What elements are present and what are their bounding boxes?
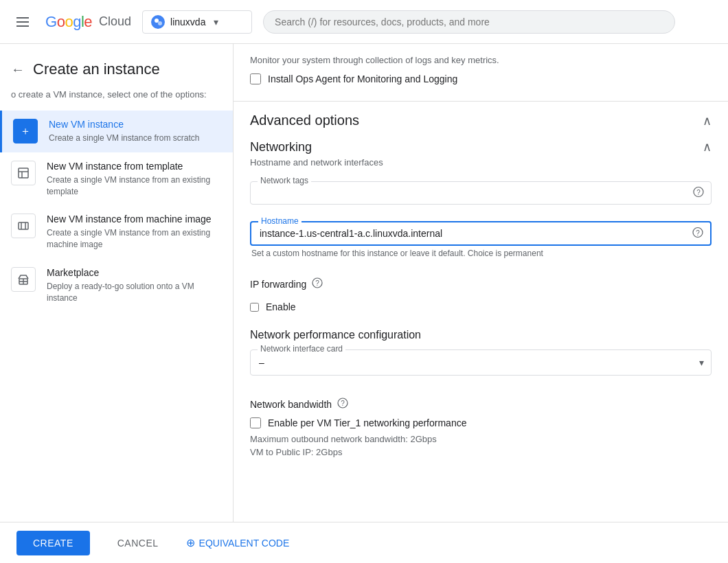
advanced-options-header: Advanced options ∧ xyxy=(234,101,728,134)
svg-rect-5 xyxy=(19,222,28,229)
svg-point-1 xyxy=(158,21,162,25)
cloud-text: Cloud xyxy=(99,14,131,29)
hostname-hint: Set a custom hostname for this instance … xyxy=(250,249,712,258)
hostname-section: Hostname ? Set a custom hostname for thi… xyxy=(234,221,728,275)
equivalent-code-label: EQUIVALENT CODE xyxy=(199,538,290,549)
vm-template-title: New VM instance from template xyxy=(47,161,222,172)
monitoring-checkbox[interactable] xyxy=(250,73,261,84)
advanced-options-title: Advanced options xyxy=(250,113,359,128)
svg-text:?: ? xyxy=(696,189,701,196)
new-vm-title: New VM instance xyxy=(49,119,222,130)
project-icon xyxy=(151,15,165,29)
bandwidth-info-1: Maximum outbound network bandwidth: 2Gbp… xyxy=(250,434,712,444)
monitoring-label[interactable]: Install Ops Agent for Monitoring and Log… xyxy=(268,73,457,84)
networking-header: Networking ∧ xyxy=(234,134,728,157)
svg-point-0 xyxy=(155,19,159,23)
network-tags-container: Network tags ? xyxy=(250,181,712,205)
hostname-field[interactable]: Hostname ? xyxy=(250,221,712,246)
sidebar-description: o create a VM instance, select one of th… xyxy=(0,89,233,111)
sidebar-item-vm-from-template[interactable]: New VM instance from template Create a s… xyxy=(0,152,233,206)
machine-image-title: New VM instance from machine image xyxy=(47,214,222,225)
advanced-options-collapse-icon[interactable]: ∧ xyxy=(703,113,712,128)
bandwidth-help-icon[interactable]: ? xyxy=(337,398,348,411)
footer: CREATE CANCEL ⊕ EQUIVALENT CODE xyxy=(0,522,728,563)
vm-template-icon xyxy=(11,161,36,185)
page-header: ← Create an instance xyxy=(0,55,233,89)
bandwidth-checkbox-row: Enable per VM Tier_1 networking performa… xyxy=(250,417,712,428)
nic-select-container[interactable]: Network interface card – VIRTIO_NET GVNI… xyxy=(250,349,712,376)
networking-title: Networking xyxy=(250,140,312,154)
bandwidth-section: Network bandwidth ? Enable per VM Tier_1… xyxy=(234,392,728,463)
network-tags-help-icon[interactable]: ? xyxy=(693,187,704,200)
hostname-label: Hostname xyxy=(258,216,302,226)
search-bar[interactable] xyxy=(263,10,675,34)
svg-rect-2 xyxy=(19,168,28,178)
nic-container: Network interface card – VIRTIO_NET GVNI… xyxy=(250,349,712,376)
page-title: Create an instance xyxy=(33,60,160,78)
network-tags-label: Network tags xyxy=(258,176,311,185)
svg-text:?: ? xyxy=(696,229,700,237)
bandwidth-title: Network bandwidth xyxy=(250,399,332,410)
network-performance-section: Network performance configuration Networ… xyxy=(234,323,728,392)
cancel-button[interactable]: CANCEL xyxy=(101,531,175,555)
network-performance-title: Network performance configuration xyxy=(250,329,712,341)
bandwidth-checkbox[interactable] xyxy=(250,417,261,428)
header: Google Cloud linuxvda ▾ xyxy=(0,0,728,44)
machine-image-icon xyxy=(11,214,36,238)
marketplace-icon xyxy=(11,267,36,292)
monitoring-description: Monitor your system through collection o… xyxy=(250,55,712,65)
marketplace-desc: Deploy a ready-to-go solution onto a VM … xyxy=(47,281,222,304)
back-button[interactable]: ← xyxy=(11,62,25,78)
nic-select[interactable]: – VIRTIO_NET GVNIC xyxy=(251,350,711,375)
new-vm-icon: ＋ xyxy=(13,119,38,143)
project-selector[interactable]: linuxvda ▾ xyxy=(142,10,252,34)
networking-collapse-icon[interactable]: ∧ xyxy=(703,139,712,154)
equivalent-code-button[interactable]: ⊕ EQUIVALENT CODE xyxy=(186,536,290,549)
machine-image-desc: Create a single VM instance from an exis… xyxy=(47,227,222,251)
ip-forwarding-enable-row: Enable xyxy=(234,299,728,323)
ip-forwarding-help-icon[interactable]: ? xyxy=(312,277,323,290)
main-content: Monitor your system through collection o… xyxy=(234,44,728,563)
monitoring-section: Monitor your system through collection o… xyxy=(234,44,728,101)
hostname-help-icon[interactable]: ? xyxy=(692,227,703,240)
svg-text:?: ? xyxy=(341,400,345,407)
ip-forwarding-label: IP forwarding xyxy=(250,279,306,290)
network-tags-input[interactable] xyxy=(259,187,703,198)
hamburger-menu[interactable] xyxy=(11,12,34,32)
network-tags-field[interactable]: Network tags ? xyxy=(250,181,712,205)
nic-label: Network interface card xyxy=(258,344,345,354)
search-input[interactable] xyxy=(263,10,675,34)
project-name: linuxvda xyxy=(170,16,205,27)
sidebar-item-marketplace[interactable]: Marketplace Deploy a ready-to-go solutio… xyxy=(0,259,233,312)
sidebar-item-vm-from-machine-image[interactable]: New VM instance from machine image Creat… xyxy=(0,205,233,259)
vm-template-desc: Create a single VM instance from an exis… xyxy=(47,174,222,198)
sidebar: ← Create an instance o create a VM insta… xyxy=(0,44,234,563)
svg-text:?: ? xyxy=(315,279,319,287)
google-cloud-logo: Google Cloud xyxy=(45,13,131,31)
ip-forwarding-section: IP forwarding ? Enable xyxy=(234,275,728,323)
bandwidth-info-2: VM to Public IP: 2Gbps xyxy=(250,447,712,457)
bandwidth-label-row: Network bandwidth ? xyxy=(250,398,712,411)
networking-subtitle: Hostname and network interfaces xyxy=(234,157,728,176)
ip-forwarding-checkbox[interactable] xyxy=(250,303,259,312)
new-vm-desc: Create a single VM instance from scratch xyxy=(49,133,222,144)
chevron-down-icon: ▾ xyxy=(214,16,218,27)
ip-forwarding-row: IP forwarding ? xyxy=(234,275,728,299)
monitoring-checkbox-row: Install Ops Agent for Monitoring and Log… xyxy=(250,73,712,84)
equivalent-code-icon: ⊕ xyxy=(186,536,195,549)
bandwidth-checkbox-label[interactable]: Enable per VM Tier_1 networking performa… xyxy=(268,417,466,428)
hostname-input[interactable] xyxy=(260,228,702,239)
ip-forwarding-enable-label[interactable]: Enable xyxy=(266,301,296,312)
network-tags-section: Network tags ? xyxy=(234,176,728,221)
sidebar-item-new-vm[interactable]: ＋ New VM instance Create a single VM ins… xyxy=(0,111,233,152)
create-button[interactable]: CREATE xyxy=(16,531,90,555)
hostname-container: Hostname ? Set a custom hostname for thi… xyxy=(250,221,712,258)
page-body: ← Create an instance o create a VM insta… xyxy=(0,44,728,563)
marketplace-title: Marketplace xyxy=(47,267,222,278)
